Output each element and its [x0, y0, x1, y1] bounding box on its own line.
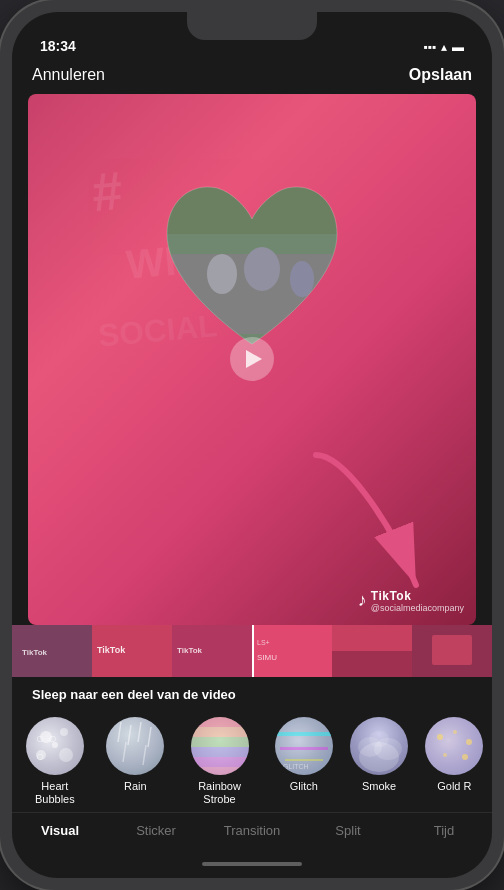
svg-point-49 [453, 730, 457, 734]
svg-line-30 [138, 722, 141, 742]
svg-text:LS+: LS+ [257, 639, 270, 646]
effect-label-gold: Gold R [437, 780, 471, 793]
film-frame-6 [412, 625, 492, 677]
play-icon [246, 350, 262, 368]
svg-rect-34 [191, 717, 249, 727]
svg-text:TikTok: TikTok [22, 648, 48, 657]
tab-tijd[interactable]: Tijd [396, 819, 492, 842]
svg-point-23 [40, 731, 52, 743]
svg-point-25 [36, 750, 46, 760]
svg-text:GLITCH: GLITCH [283, 763, 309, 770]
svg-rect-39 [191, 767, 249, 775]
effect-glitch[interactable]: GLITCH Glitch [266, 717, 341, 806]
signal-icon: ▪▪▪ [423, 40, 436, 54]
svg-line-33 [143, 745, 146, 765]
tab-split[interactable]: Split [300, 819, 396, 842]
svg-rect-35 [191, 727, 249, 737]
svg-point-48 [437, 734, 443, 740]
svg-point-52 [462, 754, 468, 760]
svg-rect-40 [275, 732, 333, 736]
svg-rect-37 [191, 747, 249, 757]
effect-thumb-rainbow [191, 717, 249, 775]
battery-icon: ▬ [452, 40, 464, 54]
svg-point-50 [466, 739, 472, 745]
effect-heart-bubbles[interactable]: Heart Bubbles [12, 717, 98, 806]
svg-line-28 [118, 722, 121, 742]
effect-thumb-glitch: GLITCH [275, 717, 333, 775]
svg-point-8 [290, 261, 314, 297]
svg-rect-36 [191, 737, 249, 747]
svg-rect-38 [191, 757, 249, 767]
filmstrip-cursor [252, 625, 254, 677]
home-indicator [12, 850, 492, 878]
effect-label-rain: Rain [124, 780, 147, 793]
effect-thumb-gold [425, 717, 483, 775]
effect-gold[interactable]: Gold R [417, 717, 492, 806]
film-frame-3: TikTok [172, 625, 252, 677]
svg-point-6 [207, 254, 237, 294]
phone-frame: 18:34 ▪▪▪ ▴ ▬ Annuleren Opslaan # WHITE [0, 0, 504, 890]
svg-line-31 [148, 727, 151, 747]
filmstrip[interactable]: TikTok TikTok TikTok [12, 625, 492, 677]
effect-thumb-smoke [350, 717, 408, 775]
svg-rect-22 [432, 635, 472, 665]
effect-label-heart-bubbles: Heart Bubbles [24, 780, 86, 806]
film-frame-5 [332, 625, 412, 677]
effects-row[interactable]: Heart Bubbles Rain [12, 709, 492, 812]
effect-rainbow-strobe[interactable]: Rainbow Strobe [173, 717, 266, 806]
svg-rect-41 [280, 747, 328, 750]
status-time: 18:34 [40, 38, 76, 54]
status-icons: ▪▪▪ ▴ ▬ [423, 40, 464, 54]
svg-rect-20 [332, 625, 412, 651]
effect-label-glitch: Glitch [290, 780, 318, 793]
drag-hint-text: Sleep naar een deel van de video [32, 687, 236, 702]
svg-line-32 [123, 742, 126, 762]
wifi-icon: ▴ [441, 40, 447, 54]
video-content: # WHITE SOCIAL [28, 94, 476, 625]
svg-rect-16 [252, 625, 332, 677]
cancel-button[interactable]: Annuleren [32, 66, 105, 84]
tab-bar: Visual Sticker Transition Split Tijd [12, 812, 492, 850]
film-frame-2: TikTok [92, 625, 172, 677]
tab-transition[interactable]: Transition [204, 819, 300, 842]
svg-point-27 [52, 742, 58, 748]
svg-text:TikTok: TikTok [97, 645, 126, 655]
curved-arrow [286, 435, 476, 625]
tab-visual[interactable]: Visual [12, 819, 108, 842]
svg-point-7 [244, 247, 280, 291]
svg-rect-42 [285, 759, 323, 761]
home-bar [202, 862, 302, 866]
video-player[interactable]: # WHITE SOCIAL [28, 94, 476, 625]
effect-label-smoke: Smoke [362, 780, 396, 793]
effect-rain[interactable]: Rain [98, 717, 173, 806]
save-button[interactable]: Opslaan [409, 66, 472, 84]
svg-text:TikTok: TikTok [177, 646, 203, 655]
effect-smoke[interactable]: Smoke [341, 717, 416, 806]
svg-line-29 [128, 725, 131, 745]
effect-thumb-rain [106, 717, 164, 775]
drag-hint-container: Sleep naar een deel van de video [12, 677, 492, 709]
svg-point-24 [60, 728, 68, 736]
notch [187, 12, 317, 40]
screen: 18:34 ▪▪▪ ▴ ▬ Annuleren Opslaan # WHITE [12, 12, 492, 878]
effect-thumb-heart-bubbles [26, 717, 84, 775]
effect-label-rainbow-strobe: Rainbow Strobe [185, 780, 254, 806]
top-nav: Annuleren Opslaan [12, 60, 492, 94]
tab-sticker[interactable]: Sticker [108, 819, 204, 842]
play-button[interactable] [230, 337, 274, 381]
svg-point-47 [369, 731, 389, 747]
svg-point-51 [443, 753, 447, 757]
heart-transition-effect [152, 174, 352, 364]
svg-text:#: # [90, 159, 125, 221]
film-frame-1: TikTok [12, 625, 92, 677]
film-frame-4: LS+ SIMU [252, 625, 332, 677]
svg-text:SIMU: SIMU [257, 653, 277, 662]
svg-point-26 [59, 748, 73, 762]
